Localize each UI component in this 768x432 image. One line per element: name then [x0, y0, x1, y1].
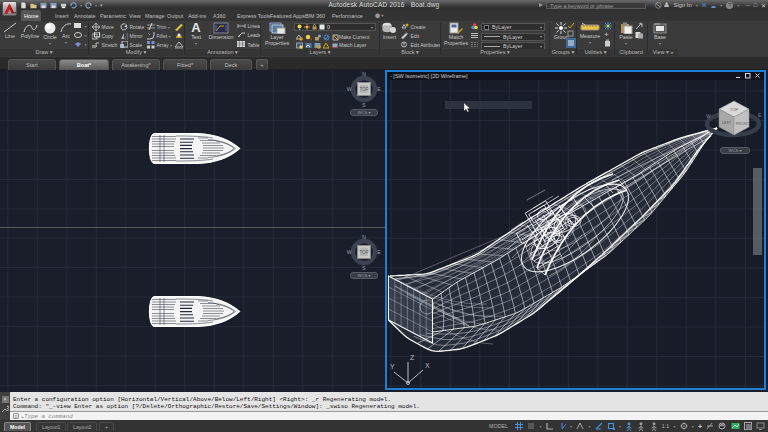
svg-text:TOP: TOP — [730, 107, 739, 112]
svg-text:E: E — [758, 112, 762, 118]
svg-text:FRONT: FRONT — [736, 122, 750, 126]
svg-text:Z: Z — [410, 354, 415, 361]
svg-text:X: X — [425, 362, 430, 369]
svg-text:Y: Y — [390, 363, 395, 370]
svg-text:W: W — [706, 113, 711, 119]
svg-text:LEFT: LEFT — [722, 121, 732, 125]
